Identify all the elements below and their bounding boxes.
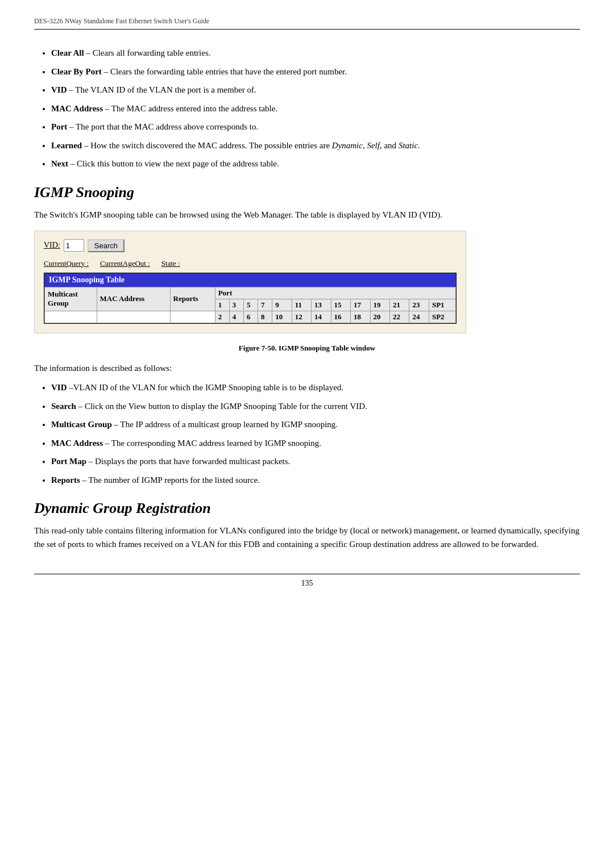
port-col-6: 6 bbox=[243, 311, 258, 323]
term-multicast: Multicast Group bbox=[51, 420, 112, 429]
list-item: MAC Address – The MAC address entered in… bbox=[51, 102, 580, 115]
def-vid2: –VLAN ID of the VLAN for which the IGMP … bbox=[67, 383, 344, 392]
port-col-17: 17 bbox=[351, 299, 370, 311]
port-col-5: 5 bbox=[243, 299, 258, 311]
vid-row: VID: Search bbox=[44, 239, 457, 252]
port-col-15: 15 bbox=[331, 299, 350, 311]
port-col-2: 2 bbox=[215, 311, 229, 323]
igmp-table-header: IGMP Snooping Table bbox=[44, 273, 456, 287]
vid-label: VID: bbox=[44, 241, 60, 250]
term-clear-all: Clear All bbox=[51, 48, 84, 57]
list-item: Port – The port that the MAC address abo… bbox=[51, 120, 580, 133]
def-search2: – Click on the View button to display th… bbox=[76, 402, 367, 411]
list-item: Search – Click on the View button to dis… bbox=[51, 400, 580, 413]
mac-address-header: MAC Address bbox=[97, 287, 170, 311]
def-mac: – The MAC address entered into the addre… bbox=[103, 104, 277, 113]
port-col-22: 22 bbox=[389, 311, 409, 323]
port-col-23: 23 bbox=[409, 299, 429, 311]
header-text: DES-3226 NWay Standalone Fast Ethernet S… bbox=[34, 17, 209, 25]
def-next: – Click this button to view the next pag… bbox=[68, 159, 279, 168]
list-item: VID – The VLAN ID of the VLAN the port i… bbox=[51, 84, 580, 97]
empty-cell-2 bbox=[97, 311, 170, 323]
port-col-11: 11 bbox=[292, 299, 311, 311]
term-port: Port bbox=[51, 122, 67, 131]
page-number: 135 bbox=[301, 579, 313, 587]
term-clear-by-port: Clear By Port bbox=[51, 67, 102, 76]
port-col-10: 10 bbox=[272, 311, 292, 323]
list-item: VID –VLAN ID of the VLAN for which the I… bbox=[51, 381, 580, 394]
figure-caption: Figure 7-50. IGMP Snooping Table window bbox=[34, 344, 580, 353]
query-row: CurrentQuery : CurrentAgeOut : State : bbox=[44, 259, 457, 268]
term-mac2: MAC Address bbox=[51, 439, 103, 448]
port-col-1: 1 bbox=[215, 299, 229, 311]
list-item: Reports – The number of IGMP reports for… bbox=[51, 474, 580, 487]
port-col-3: 3 bbox=[229, 299, 243, 311]
vid-input[interactable] bbox=[64, 239, 84, 252]
term-learned: Learned bbox=[51, 141, 82, 150]
def-mac2: – The corresponding MAC address learned … bbox=[103, 439, 321, 448]
port-col-24: 24 bbox=[409, 311, 429, 323]
port-col-18: 18 bbox=[351, 311, 370, 323]
term-next: Next bbox=[51, 159, 68, 168]
term-vid2: VID bbox=[51, 383, 67, 392]
def-multicast: – The IP address of a multicast group le… bbox=[112, 420, 338, 429]
footer: 135 bbox=[34, 574, 580, 588]
info-intro: The information is described as follows: bbox=[34, 362, 580, 375]
page-header: DES-3226 NWay Standalone Fast Ethernet S… bbox=[34, 17, 580, 30]
list-item: Clear By Port – Clears the forwarding ta… bbox=[51, 65, 580, 78]
port-col-16: 16 bbox=[331, 311, 350, 323]
list-item: Clear All – Clears all forwarding table … bbox=[51, 47, 580, 60]
port-col-20: 20 bbox=[370, 311, 389, 323]
period1: . bbox=[418, 141, 420, 150]
port-col-13: 13 bbox=[312, 299, 331, 311]
def-clear-all: – Clears all forwarding table entries. bbox=[84, 48, 211, 57]
port-col-sp2: SP2 bbox=[429, 311, 455, 323]
list-item: MAC Address – The corresponding MAC addr… bbox=[51, 437, 580, 450]
igmp-section-title: IGMP Snooping bbox=[34, 184, 580, 201]
port-col-7: 7 bbox=[258, 299, 272, 311]
def-reports: – The number of IGMP reports for the lis… bbox=[80, 475, 260, 485]
port-header: Port bbox=[215, 287, 455, 299]
italic-static: Static bbox=[399, 141, 418, 150]
dynamic-intro: This read-only table contains filtering … bbox=[34, 524, 580, 551]
def-vid: – The VLAN ID of the VLAN the port is a … bbox=[67, 85, 256, 94]
multicast-group-header: MulticastGroup bbox=[45, 287, 97, 311]
port-col-4: 4 bbox=[229, 311, 243, 323]
def-port: – The port that the MAC address above co… bbox=[67, 122, 258, 131]
term-search2: Search bbox=[51, 402, 76, 411]
igmp-bullet-list: VID –VLAN ID of the VLAN for which the I… bbox=[51, 381, 580, 486]
and1: , and bbox=[380, 141, 399, 150]
italic-dynamic: Dynamic bbox=[332, 141, 363, 150]
igmp-table-container: IGMP Snooping Table MulticastGroup MAC A… bbox=[44, 273, 457, 324]
empty-cell-1 bbox=[45, 311, 97, 323]
list-item: Next – Click this button to view the nex… bbox=[51, 157, 580, 170]
port-col-9: 9 bbox=[272, 299, 292, 311]
port-col-12: 12 bbox=[292, 311, 311, 323]
term-portmap: Port Map bbox=[51, 457, 86, 466]
term-reports: Reports bbox=[51, 475, 80, 485]
term-vid: VID bbox=[51, 85, 67, 94]
igmp-snooping-table: MulticastGroup MAC Address Reports Port … bbox=[44, 287, 456, 323]
search-button[interactable]: Search bbox=[88, 239, 125, 252]
reports-header: Reports bbox=[170, 287, 215, 311]
port-col-14: 14 bbox=[312, 311, 331, 323]
page-container: DES-3226 NWay Standalone Fast Ethernet S… bbox=[0, 0, 614, 868]
current-query-label: CurrentQuery : bbox=[44, 259, 89, 268]
top-bullet-list: Clear All – Clears all forwarding table … bbox=[51, 47, 580, 170]
def-learned-start: – How the switch discovered the MAC addr… bbox=[82, 141, 332, 150]
italic-self: Self bbox=[367, 141, 380, 150]
list-item: Port Map – Displays the ports that have … bbox=[51, 455, 580, 468]
port-col-8: 8 bbox=[258, 311, 272, 323]
def-portmap: – Displays the ports that have forwarded… bbox=[86, 457, 290, 466]
empty-cell-3 bbox=[170, 311, 215, 323]
list-item: Learned – How the switch discovered the … bbox=[51, 139, 580, 152]
current-age-out-label: CurrentAgeOut : bbox=[100, 259, 150, 268]
igmp-panel: VID: Search CurrentQuery : CurrentAgeOut… bbox=[34, 231, 466, 333]
igmp-intro: The Switch's IGMP snooping table can be … bbox=[34, 208, 580, 222]
port-col-19: 19 bbox=[370, 299, 389, 311]
def-clear-by-port: – Clears the forwarding table entries th… bbox=[102, 67, 347, 76]
list-item: Multicast Group – The IP address of a mu… bbox=[51, 418, 580, 431]
dynamic-section-title: Dynamic Group Registration bbox=[34, 500, 580, 517]
port-col-sp1: SP1 bbox=[429, 299, 455, 311]
state-label: State : bbox=[161, 259, 180, 268]
